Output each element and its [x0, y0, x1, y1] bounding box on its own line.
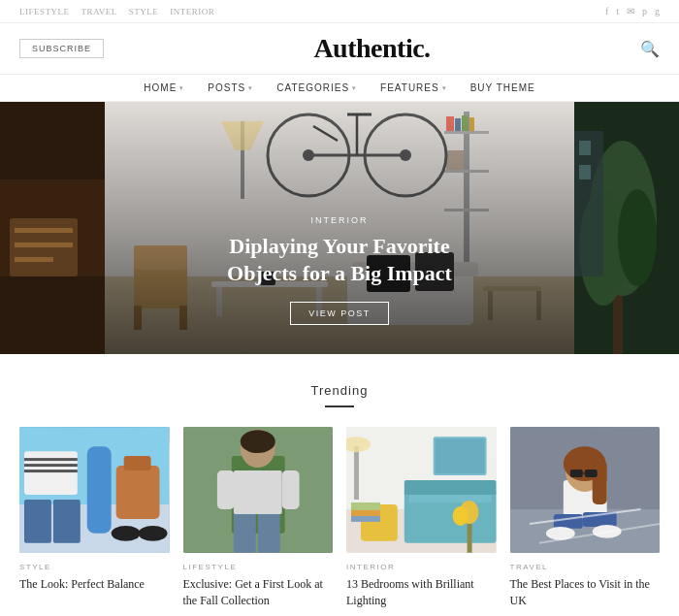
svg-rect-59 — [24, 500, 51, 543]
trending-card-3[interactable]: INTERIOR 13 Bedrooms with Brilliant Ligh… — [346, 427, 497, 609]
topbar-link-travel[interactable]: TRAVEL — [81, 7, 117, 16]
svg-point-63 — [112, 526, 141, 541]
trending-card-2[interactable]: LIFESTYLE Exclusive: Get a First Look at… — [183, 427, 334, 609]
svg-rect-97 — [592, 461, 606, 504]
hero-side-left — [0, 102, 105, 354]
card-image-2 — [183, 427, 334, 553]
svg-rect-50 — [579, 141, 591, 155]
svg-rect-54 — [87, 446, 112, 534]
svg-rect-5 — [15, 257, 53, 262]
trending-section: Trending — [0, 354, 679, 616]
trending-card-4[interactable]: TRAVEL The Best Places to Visit in the U… — [510, 427, 661, 609]
google-icon[interactable]: g — [655, 6, 660, 16]
card-title-3: 13 Bedrooms with Brilliant Lighting — [346, 576, 497, 609]
email-icon[interactable]: ✉ — [627, 6, 634, 16]
top-bar-links: LIFESTYLE TRAVEL STYLE INTERIOR — [19, 7, 214, 16]
subscribe-button[interactable]: SUBSCRIBE — [19, 39, 104, 58]
svg-rect-57 — [24, 464, 78, 467]
svg-rect-60 — [53, 500, 81, 543]
card-category-4: TRAVEL — [510, 563, 661, 571]
card-title-4: The Best Places to Visit in the UK — [510, 576, 661, 609]
nav-buy-theme[interactable]: BUY THEME — [470, 82, 535, 93]
chevron-down-icon: ▾ — [248, 84, 253, 92]
top-bar: LIFESTYLE TRAVEL STYLE INTERIOR f t ✉ p … — [0, 0, 679, 23]
svg-rect-81 — [404, 480, 497, 495]
header: SUBSCRIBE Authentic. 🔍 — [0, 23, 679, 74]
svg-point-48 — [618, 189, 657, 286]
card-title-2: Exclusive: Get a First Look at the Fall … — [183, 576, 334, 609]
topbar-link-style[interactable]: STYLE — [129, 7, 159, 16]
hero-content: INTERIOR Diplaying Your Favorite Objects… — [194, 215, 485, 325]
card-image-4 — [510, 427, 661, 553]
hero-side-right — [574, 102, 679, 354]
hero-category: INTERIOR — [194, 215, 485, 225]
top-bar-social: f t ✉ p g — [605, 6, 660, 16]
search-icon[interactable]: 🔍 — [640, 40, 660, 58]
site-logo[interactable]: Authentic. — [313, 33, 430, 64]
trending-divider — [325, 405, 354, 407]
svg-rect-4 — [15, 243, 73, 247]
svg-rect-87 — [354, 446, 359, 500]
svg-rect-98 — [569, 470, 582, 477]
svg-rect-58 — [24, 470, 78, 472]
svg-rect-56 — [24, 458, 78, 461]
facebook-icon[interactable]: f — [605, 6, 608, 16]
svg-rect-99 — [584, 470, 597, 477]
card-category-2: LIFESTYLE — [183, 563, 334, 571]
svg-point-64 — [139, 526, 168, 541]
svg-rect-85 — [351, 503, 380, 510]
hero-title: Diplaying Your Favorite Objects for a Bi… — [194, 233, 485, 288]
svg-point-91 — [453, 506, 469, 526]
chevron-down-icon: ▾ — [179, 84, 184, 92]
chevron-down-icon: ▾ — [352, 84, 357, 92]
card-image-1 — [19, 427, 170, 553]
trending-card-1[interactable]: STYLE The Look: Perfect Balance — [19, 427, 170, 609]
svg-rect-51 — [579, 165, 591, 179]
twitter-icon[interactable]: t — [616, 6, 619, 16]
card-category-3: INTERIOR — [346, 563, 497, 571]
nav-posts[interactable]: POSTS ▾ — [208, 82, 253, 93]
card-image-3 — [346, 427, 497, 553]
svg-rect-101 — [553, 514, 582, 529]
nav-home[interactable]: HOME ▾ — [144, 82, 184, 93]
svg-rect-86 — [409, 495, 492, 503]
nav-categories[interactable]: CATEGORIES ▾ — [276, 82, 357, 93]
trending-header: Trending — [19, 383, 660, 407]
hero-slider: INTERIOR Diplaying Your Favorite Objects… — [0, 102, 679, 354]
svg-rect-55 — [24, 451, 78, 495]
svg-rect-62 — [124, 456, 151, 470]
svg-rect-61 — [116, 466, 160, 519]
pagination-dots — [19, 609, 660, 616]
chevron-down-icon: ▾ — [442, 84, 447, 92]
topbar-link-lifestyle[interactable]: LIFESTYLE — [19, 7, 70, 16]
hero-main: INTERIOR Diplaying Your Favorite Objects… — [105, 102, 574, 354]
svg-rect-79 — [436, 438, 485, 473]
main-nav: HOME ▾ POSTS ▾ CATEGORIES ▾ FEATURES ▾ B… — [0, 74, 679, 102]
hero-view-post-button[interactable]: VIEW POST — [290, 302, 389, 325]
svg-rect-74 — [183, 427, 334, 553]
nav-features[interactable]: FEATURES ▾ — [380, 82, 447, 93]
pinterest-icon[interactable]: p — [642, 6, 647, 16]
trending-cards-grid: STYLE The Look: Perfect Balance — [19, 427, 660, 609]
card-category-1: STYLE — [19, 563, 170, 571]
card-title-1: The Look: Perfect Balance — [19, 576, 170, 593]
svg-rect-3 — [15, 228, 73, 233]
trending-title: Trending — [19, 383, 660, 398]
topbar-link-interior[interactable]: INTERIOR — [170, 7, 214, 16]
